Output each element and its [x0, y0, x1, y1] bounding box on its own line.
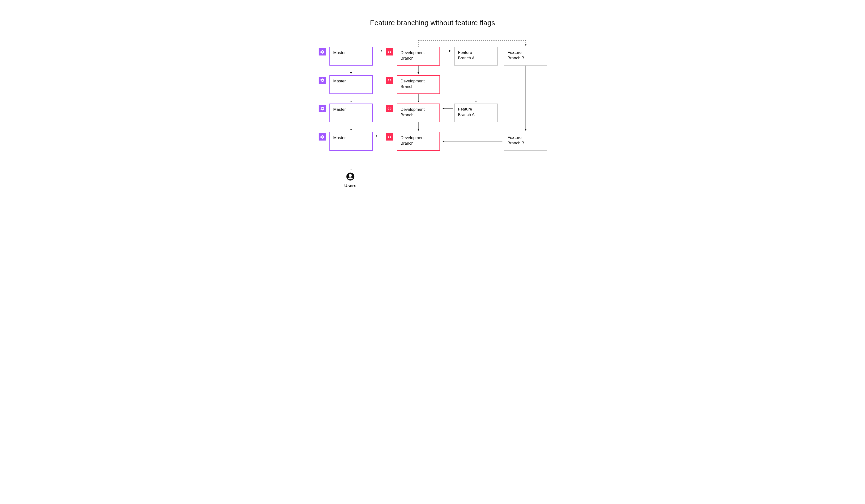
master-box-4: Master	[330, 132, 373, 151]
master-label: Master	[333, 107, 346, 112]
feature-b-box-1: Feature Branch B	[504, 47, 547, 66]
users-label: Users	[336, 183, 365, 188]
gear-icon	[319, 48, 326, 56]
user-icon	[336, 172, 365, 182]
feature-a-box-3: Feature Branch A	[454, 104, 498, 122]
code-icon	[386, 48, 393, 56]
master-label: Master	[333, 50, 346, 55]
gear-icon	[319, 105, 326, 112]
dev-label: Development Branch	[401, 50, 425, 60]
dev-label: Development Branch	[401, 136, 425, 145]
feature-a-box-1: Feature Branch A	[454, 47, 498, 66]
diagram-title: Feature branching without feature flags	[260, 19, 606, 27]
feature-b-label: Feature Branch B	[507, 135, 524, 145]
arrows-layer	[260, 0, 606, 201]
dev-box-3: Development Branch	[397, 104, 440, 122]
gear-icon	[319, 77, 326, 84]
feature-a-label: Feature Branch A	[458, 107, 474, 117]
feature-b-label: Feature Branch B	[507, 50, 524, 60]
feature-a-label: Feature Branch A	[458, 50, 474, 60]
master-box-1: Master	[330, 47, 373, 66]
dev-box-2: Development Branch	[397, 75, 440, 94]
svg-point-1	[349, 174, 352, 177]
master-label: Master	[333, 79, 346, 83]
dev-box-4: Development Branch	[397, 132, 440, 151]
master-box-3: Master	[330, 104, 373, 122]
master-label: Master	[333, 136, 346, 140]
code-icon	[386, 133, 393, 141]
feature-b-box-4: Feature Branch B	[504, 132, 547, 151]
code-icon	[386, 77, 393, 84]
gear-icon	[319, 133, 326, 141]
master-box-2: Master	[330, 75, 373, 94]
dev-label: Development Branch	[401, 107, 425, 117]
dev-label: Development Branch	[401, 79, 425, 89]
code-icon	[386, 105, 393, 112]
dev-box-1: Development Branch	[397, 47, 440, 66]
users-block: Users	[336, 172, 365, 188]
diagram-canvas: Feature branching without feature flags …	[260, 0, 606, 201]
